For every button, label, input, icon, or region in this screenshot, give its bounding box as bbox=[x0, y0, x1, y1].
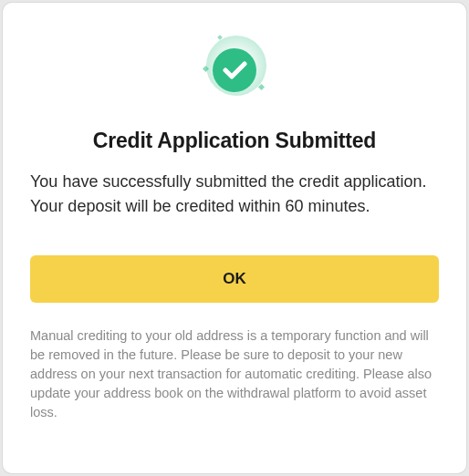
success-icon-wrap bbox=[30, 32, 439, 105]
modal-title: Credit Application Submitted bbox=[30, 129, 439, 153]
modal-footnote: Manual crediting to your old address is … bbox=[30, 326, 439, 422]
success-check-icon bbox=[198, 32, 271, 105]
svg-point-1 bbox=[213, 48, 256, 92]
credit-application-modal: Credit Application Submitted You have su… bbox=[3, 3, 466, 473]
ok-button[interactable]: OK bbox=[30, 255, 439, 303]
svg-rect-4 bbox=[217, 35, 223, 40]
modal-message: You have successfully submitted the cred… bbox=[30, 170, 439, 219]
